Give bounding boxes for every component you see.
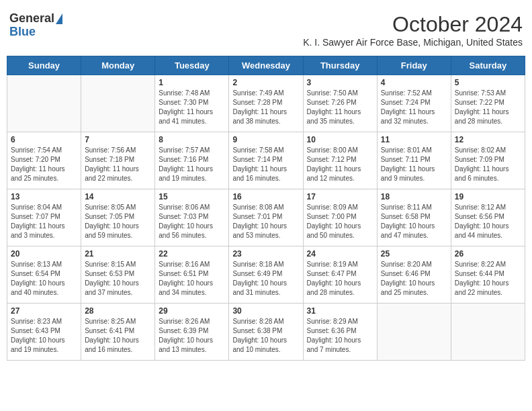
cell-content: Sunrise: 7:53 AMSunset: 7:22 PMDaylight:… <box>455 89 521 126</box>
main-title: October 2024 <box>303 12 523 37</box>
calendar-cell: 8Sunrise: 7:57 AMSunset: 7:16 PMDaylight… <box>155 132 229 189</box>
calendar-cell: 11Sunrise: 8:01 AMSunset: 7:11 PMDayligh… <box>377 132 451 189</box>
calendar-cell: 23Sunrise: 8:18 AMSunset: 6:49 PMDayligh… <box>229 246 303 304</box>
calendar-cell: 15Sunrise: 8:06 AMSunset: 7:03 PMDayligh… <box>155 189 229 246</box>
calendar-cell: 6Sunrise: 7:54 AMSunset: 7:20 PMDaylight… <box>7 132 81 189</box>
title-area: October 2024 K. I. Sawyer Air Force Base… <box>303 12 523 48</box>
cell-content: Sunrise: 8:12 AMSunset: 6:56 PMDaylight:… <box>455 203 521 240</box>
calendar-cell: 20Sunrise: 8:13 AMSunset: 6:54 PMDayligh… <box>7 246 81 304</box>
calendar-cell: 24Sunrise: 8:19 AMSunset: 6:47 PMDayligh… <box>303 246 377 304</box>
cell-content: Sunrise: 7:49 AMSunset: 7:28 PMDaylight:… <box>232 89 299 126</box>
calendar-week-4: 20Sunrise: 8:13 AMSunset: 6:54 PMDayligh… <box>7 246 525 304</box>
calendar-cell: 29Sunrise: 8:26 AMSunset: 6:39 PMDayligh… <box>155 304 229 361</box>
calendar-cell: 4Sunrise: 7:52 AMSunset: 7:24 PMDaylight… <box>377 75 451 132</box>
day-number: 24 <box>307 249 373 259</box>
cell-content: Sunrise: 8:22 AMSunset: 6:44 PMDaylight:… <box>455 260 521 298</box>
cell-content: Sunrise: 8:16 AMSunset: 6:51 PMDaylight:… <box>159 260 225 298</box>
day-number: 17 <box>307 192 373 201</box>
day-number: 10 <box>307 135 373 144</box>
day-number: 3 <box>307 78 373 87</box>
calendar-body: 1Sunrise: 7:48 AMSunset: 7:30 PMDaylight… <box>7 75 525 361</box>
day-number: 14 <box>85 192 151 201</box>
day-number: 27 <box>11 306 77 316</box>
calendar-header-row: SundayMondayTuesdayWednesdayThursdayFrid… <box>7 56 525 75</box>
cell-content: Sunrise: 7:54 AMSunset: 7:20 PMDaylight:… <box>11 146 77 183</box>
day-number: 15 <box>159 192 225 201</box>
cell-content: Sunrise: 8:08 AMSunset: 7:01 PMDaylight:… <box>232 203 299 240</box>
cell-content: Sunrise: 8:18 AMSunset: 6:49 PMDaylight:… <box>232 260 299 298</box>
calendar-cell: 17Sunrise: 8:09 AMSunset: 7:00 PMDayligh… <box>303 189 377 246</box>
calendar-cell <box>451 304 525 361</box>
day-number: 26 <box>455 249 521 259</box>
calendar-cell: 31Sunrise: 8:29 AMSunset: 6:36 PMDayligh… <box>303 304 377 361</box>
day-number: 23 <box>232 249 299 259</box>
cell-content: Sunrise: 8:11 AMSunset: 6:58 PMDaylight:… <box>381 203 447 240</box>
day-number: 1 <box>159 78 225 87</box>
day-number: 19 <box>455 192 521 201</box>
calendar-table: SundayMondayTuesdayWednesdayThursdayFrid… <box>7 56 525 361</box>
day-header-wednesday: Wednesday <box>229 56 303 75</box>
day-number: 2 <box>232 78 299 87</box>
day-header-thursday: Thursday <box>303 56 377 75</box>
cell-content: Sunrise: 7:57 AMSunset: 7:16 PMDaylight:… <box>159 146 225 183</box>
cell-content: Sunrise: 8:01 AMSunset: 7:11 PMDaylight:… <box>381 146 447 183</box>
day-header-monday: Monday <box>81 56 155 75</box>
cell-content: Sunrise: 8:05 AMSunset: 7:05 PMDaylight:… <box>85 203 151 240</box>
cell-content: Sunrise: 7:48 AMSunset: 7:30 PMDaylight:… <box>159 89 225 126</box>
calendar-cell: 19Sunrise: 8:12 AMSunset: 6:56 PMDayligh… <box>451 189 525 246</box>
cell-content: Sunrise: 8:15 AMSunset: 6:53 PMDaylight:… <box>85 260 151 298</box>
calendar-cell: 16Sunrise: 8:08 AMSunset: 7:01 PMDayligh… <box>229 189 303 246</box>
cell-content: Sunrise: 8:20 AMSunset: 6:46 PMDaylight:… <box>381 260 447 298</box>
day-number: 5 <box>455 78 521 87</box>
calendar-cell: 25Sunrise: 8:20 AMSunset: 6:46 PMDayligh… <box>377 246 451 304</box>
calendar-cell <box>7 75 81 132</box>
day-number: 6 <box>11 135 77 144</box>
calendar-cell: 2Sunrise: 7:49 AMSunset: 7:28 PMDaylight… <box>229 75 303 132</box>
cell-content: Sunrise: 8:04 AMSunset: 7:07 PMDaylight:… <box>11 203 77 240</box>
day-number: 22 <box>159 249 225 259</box>
logo-triangle-icon <box>56 13 62 24</box>
day-header-saturday: Saturday <box>451 56 525 75</box>
day-header-tuesday: Tuesday <box>155 56 229 75</box>
day-number: 28 <box>85 306 151 316</box>
day-number: 20 <box>11 249 77 259</box>
calendar-week-2: 6Sunrise: 7:54 AMSunset: 7:20 PMDaylight… <box>7 132 525 189</box>
cell-content: Sunrise: 8:06 AMSunset: 7:03 PMDaylight:… <box>159 203 225 240</box>
logo-blue-text: Blue <box>9 26 62 39</box>
day-number: 13 <box>11 192 77 201</box>
calendar-cell: 21Sunrise: 8:15 AMSunset: 6:53 PMDayligh… <box>81 246 155 304</box>
calendar-cell: 7Sunrise: 7:56 AMSunset: 7:18 PMDaylight… <box>81 132 155 189</box>
calendar-cell: 26Sunrise: 8:22 AMSunset: 6:44 PMDayligh… <box>451 246 525 304</box>
cell-content: Sunrise: 7:56 AMSunset: 7:18 PMDaylight:… <box>85 146 151 183</box>
day-number: 30 <box>232 306 299 316</box>
calendar-cell: 27Sunrise: 8:23 AMSunset: 6:43 PMDayligh… <box>7 304 81 361</box>
cell-content: Sunrise: 8:26 AMSunset: 6:39 PMDaylight:… <box>159 317 225 355</box>
day-number: 29 <box>159 306 225 316</box>
cell-content: Sunrise: 8:23 AMSunset: 6:43 PMDaylight:… <box>11 317 77 355</box>
cell-content: Sunrise: 8:13 AMSunset: 6:54 PMDaylight:… <box>11 260 77 298</box>
logo-general-text: General <box>9 12 54 26</box>
day-number: 8 <box>159 135 225 144</box>
cell-content: Sunrise: 8:29 AMSunset: 6:36 PMDaylight:… <box>307 317 373 355</box>
cell-content: Sunrise: 8:19 AMSunset: 6:47 PMDaylight:… <box>307 260 373 298</box>
calendar-cell <box>81 75 155 132</box>
logo: General Blue <box>9 12 62 39</box>
calendar-cell <box>377 304 451 361</box>
cell-content: Sunrise: 8:09 AMSunset: 7:00 PMDaylight:… <box>307 203 373 240</box>
calendar-cell: 10Sunrise: 8:00 AMSunset: 7:12 PMDayligh… <box>303 132 377 189</box>
day-number: 16 <box>232 192 299 201</box>
calendar-cell: 30Sunrise: 8:28 AMSunset: 6:38 PMDayligh… <box>229 304 303 361</box>
calendar-week-3: 13Sunrise: 8:04 AMSunset: 7:07 PMDayligh… <box>7 189 525 246</box>
calendar-cell: 22Sunrise: 8:16 AMSunset: 6:51 PMDayligh… <box>155 246 229 304</box>
cell-content: Sunrise: 8:00 AMSunset: 7:12 PMDaylight:… <box>307 146 373 183</box>
calendar-cell: 1Sunrise: 7:48 AMSunset: 7:30 PMDaylight… <box>155 75 229 132</box>
day-number: 11 <box>381 135 447 144</box>
cell-content: Sunrise: 8:28 AMSunset: 6:38 PMDaylight:… <box>232 317 299 355</box>
calendar-cell: 28Sunrise: 8:25 AMSunset: 6:41 PMDayligh… <box>81 304 155 361</box>
day-number: 9 <box>232 135 299 144</box>
day-number: 18 <box>381 192 447 201</box>
calendar-cell: 9Sunrise: 7:58 AMSunset: 7:14 PMDaylight… <box>229 132 303 189</box>
day-number: 25 <box>381 249 447 259</box>
calendar-cell: 5Sunrise: 7:53 AMSunset: 7:22 PMDaylight… <box>451 75 525 132</box>
cell-content: Sunrise: 8:02 AMSunset: 7:09 PMDaylight:… <box>455 146 521 183</box>
